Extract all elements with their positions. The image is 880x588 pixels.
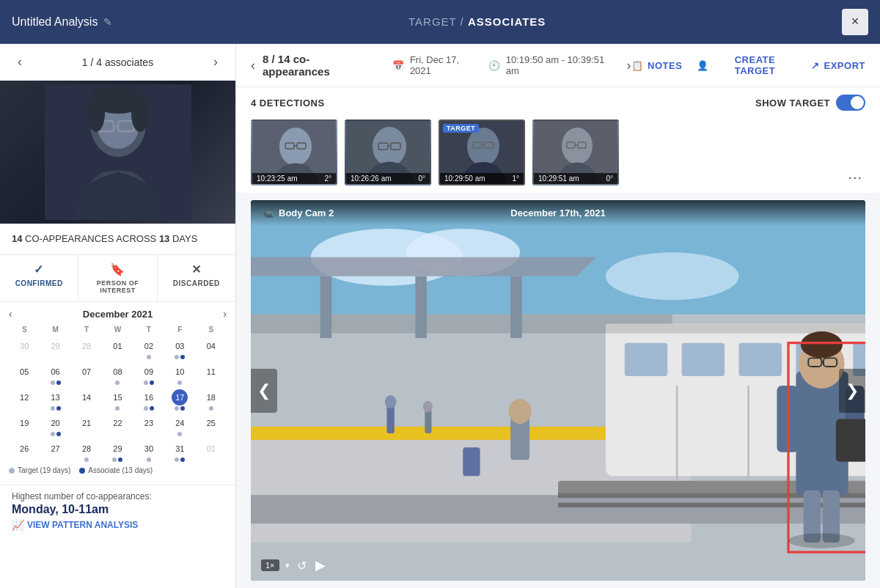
cal-day-2-5[interactable]: 17 — [164, 388, 195, 412]
cal-day-num-0-1: 29 — [48, 338, 64, 354]
thumb-degree-2: 0° — [418, 174, 425, 183]
cal-day-3-5[interactable]: 24 — [164, 414, 195, 438]
day-header-m: M — [40, 324, 70, 335]
right-toolbar: ‹ 8 / 14 co-appearances 📅 Fri, Dec 17, 2… — [236, 44, 880, 87]
cal-day-num-1-3: 08 — [109, 364, 125, 380]
cal-day-0-6[interactable]: 04 — [196, 337, 227, 361]
cal-day-2-3[interactable]: 15 — [102, 388, 133, 412]
cal-day-3-1[interactable]: 20 — [40, 414, 70, 438]
video-next-button[interactable]: ❯ — [839, 369, 865, 413]
cal-day-2-4[interactable]: 16 — [133, 388, 164, 412]
rewind-button[interactable]: ↺ — [296, 559, 308, 573]
camera-icon: 📹 — [263, 207, 274, 218]
nav-target[interactable]: TARGET / — [408, 15, 464, 28]
video-prev-button[interactable]: ❮ — [251, 369, 277, 413]
discarded-button[interactable]: ✕ DISCARDED — [158, 255, 235, 301]
target-dot — [144, 406, 148, 411]
cal-day-4-4[interactable]: 30 — [133, 439, 164, 463]
notes-button[interactable]: 📋 NOTES — [631, 60, 683, 71]
cal-day-0-0[interactable]: 30 — [9, 337, 40, 361]
show-target-toggle[interactable] — [836, 95, 865, 111]
cal-day-0-4[interactable]: 02 — [133, 337, 164, 361]
cal-day-3-0[interactable]: 19 — [9, 414, 40, 438]
thumb-time-bar-4: 10:29:51 am 0° — [534, 173, 617, 184]
associate-dot — [180, 406, 185, 411]
cal-day-num-3-0: 19 — [16, 415, 32, 431]
cal-day-1-4[interactable]: 09 — [133, 362, 164, 386]
calendar-prev-button[interactable]: ‹ — [9, 308, 12, 320]
svg-rect-38 — [415, 276, 427, 338]
cal-day-0-1[interactable]: 29 — [40, 337, 70, 361]
detection-thumbnails: 10:23:25 am 2° — [236, 115, 880, 193]
cal-day-1-5[interactable]: 10 — [164, 362, 195, 386]
next-associate-button[interactable]: › — [208, 53, 224, 71]
thumbnail-2[interactable]: 10:26:26 am 0° — [345, 120, 431, 185]
create-target-button[interactable]: 👤 CREATE TARGET — [697, 54, 796, 76]
cal-day-0-2[interactable]: 28 — [71, 337, 102, 361]
cal-day-4-5[interactable]: 31 — [164, 439, 195, 463]
cal-day-3-2[interactable]: 21 — [71, 414, 102, 438]
cal-day-num-4-3: 29 — [109, 441, 125, 457]
cal-day-1-3[interactable]: 08 — [102, 362, 133, 386]
prev-coapp-button[interactable]: ‹ — [251, 58, 255, 73]
cal-day-3-6[interactable]: 25 — [196, 414, 227, 438]
cal-day-1-1[interactable]: 06 — [40, 362, 70, 386]
cal-day-4-1[interactable]: 27 — [40, 439, 70, 463]
cal-day-num-2-6: 18 — [203, 389, 219, 405]
more-options-button[interactable]: ··· — [845, 169, 865, 185]
cal-day-1-0[interactable]: 05 — [9, 362, 40, 386]
cal-day-0-5[interactable]: 03 — [164, 337, 195, 361]
associate-dot — [118, 457, 122, 462]
thumb-img-1: 10:23:25 am 2° — [251, 120, 337, 185]
cal-day-num-3-2: 21 — [78, 415, 95, 431]
cal-day-4-0[interactable]: 26 — [9, 439, 40, 463]
day-header-t1: T — [71, 324, 102, 335]
thumbnail-3[interactable]: TARGET 10:29:50 am 1° — [439, 120, 525, 185]
associate-nav: ‹ 1 / 4 associates › — [0, 44, 235, 81]
cal-day-4-3[interactable]: 29 — [102, 439, 133, 463]
cal-day-2-0[interactable]: 12 — [9, 388, 40, 412]
thumb-img-4: 10:29:51 am 0° — [532, 120, 619, 185]
associate-legend-dot — [79, 468, 85, 474]
legend-associate: Associate (13 days) — [79, 466, 153, 474]
cal-day-3-3[interactable]: 22 — [102, 414, 133, 438]
calendar-next-button[interactable]: › — [223, 308, 227, 320]
play-button[interactable]: ▶ — [314, 557, 327, 573]
view-pattern-link[interactable]: 📈 VIEW PATTERN ANALYSIS — [12, 519, 224, 531]
cal-day-4-2[interactable]: 28 — [71, 439, 102, 463]
thumbnail-1[interactable]: 10:23:25 am 2° — [251, 120, 337, 185]
cal-day-1-2[interactable]: 07 — [71, 362, 102, 386]
show-target-label: SHOW TARGET — [755, 98, 830, 109]
prev-associate-button[interactable]: ‹ — [12, 53, 28, 71]
cal-day-num-4-2: 28 — [78, 441, 95, 457]
cal-day-2-6[interactable]: 18 — [196, 388, 227, 412]
thumb-img-2: 10:26:26 am 0° — [345, 120, 431, 185]
target-dot — [175, 457, 179, 462]
calendar-legend: Target (19 days) Associate (13 days) — [9, 463, 227, 479]
cal-day-num-1-5: 10 — [172, 364, 188, 380]
cal-day-0-3[interactable]: 01 — [102, 337, 133, 361]
cal-day-1-6[interactable]: 11 — [196, 362, 227, 386]
cal-day-3-4[interactable]: 23 — [133, 414, 164, 438]
close-button[interactable]: × — [842, 9, 868, 35]
cal-day-num-0-4: 02 — [141, 338, 157, 354]
thumbnail-4[interactable]: 10:29:51 am 0° — [532, 120, 619, 185]
event-date: Fri, Dec 17, 2021 — [410, 54, 483, 76]
edit-icon[interactable]: ✎ — [103, 16, 112, 28]
target-legend-label: Target (19 days) — [18, 466, 70, 474]
cal-day-2-2[interactable]: 14 — [71, 388, 102, 412]
cal-day-num-3-1: 20 — [48, 415, 64, 431]
header-title-area: Untitled Analysis ✎ — [12, 15, 112, 29]
thumb-time-3: 10:29:50 am — [444, 174, 485, 183]
confirmed-button[interactable]: ✓ CONFIRMED — [0, 255, 78, 301]
svg-rect-74 — [463, 447, 480, 476]
cal-day-2-1[interactable]: 13 — [40, 388, 70, 412]
person-of-interest-button[interactable]: 🔖 PERSON OF INTEREST — [78, 255, 157, 301]
nav-associates[interactable]: ASSOCIATES — [468, 15, 546, 28]
cal-day-num-4-5: 31 — [172, 441, 188, 457]
export-button[interactable]: ↗ EXPORT — [811, 60, 865, 71]
cal-day-4-6[interactable]: 01 — [196, 439, 227, 463]
calendar-header: ‹ December 2021 › — [9, 308, 227, 320]
cal-day-num-4-6: 01 — [203, 441, 219, 457]
detections-count-label: 4 DETECTIONS — [251, 98, 325, 109]
